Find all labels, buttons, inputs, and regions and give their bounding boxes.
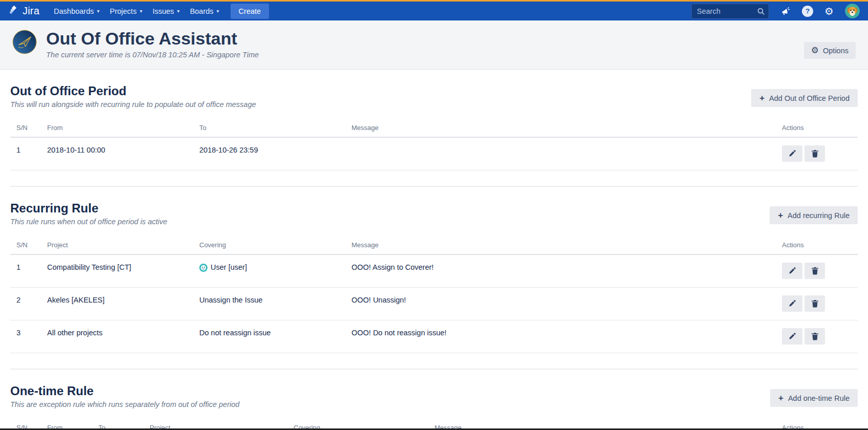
edit-button[interactable]: [782, 328, 802, 345]
recurring-table: S/N Project Covering Message Actions 1 C…: [10, 236, 858, 353]
trash-icon: [811, 299, 819, 308]
delete-button[interactable]: [804, 145, 825, 162]
coverer-avatar: [199, 264, 208, 272]
add-period-button[interactable]: + Add Out of Office Period: [751, 89, 858, 107]
period-section-header: Out of Office Period This will run along…: [10, 84, 858, 109]
top-navbar: Jira Dashboards ▾ Projects ▾ Issues ▾ Bo…: [0, 2, 868, 20]
page-title: Out Of Office Assistant: [46, 29, 259, 49]
period-title: Out of Office Period: [10, 84, 256, 98]
create-button[interactable]: Create: [231, 4, 270, 19]
settings-icon[interactable]: ⚙: [824, 6, 834, 16]
col-message: Message: [347, 119, 778, 137]
search-box: [691, 4, 769, 19]
main-content: Out of Office Period This will run along…: [0, 84, 868, 430]
edit-button[interactable]: [782, 295, 802, 312]
server-time-text: The current server time is 07/Nov/18 10:…: [46, 51, 259, 59]
user-avatar[interactable]: [845, 4, 860, 18]
chevron-down-icon: ▾: [140, 8, 142, 14]
table-row: 3 All other projects Do not reassign iss…: [10, 320, 858, 353]
nav-dashboards[interactable]: Dashboards ▾: [49, 3, 105, 19]
col-actions: Actions: [778, 236, 858, 254]
period-table: S/N From To Message Actions 1 2018-10-11…: [10, 119, 858, 170]
col-to: To: [195, 119, 347, 137]
trash-icon: [811, 267, 819, 275]
col-project: Project: [43, 236, 195, 254]
pencil-icon: [788, 267, 796, 275]
navbar-right: ? ⚙: [691, 4, 860, 19]
delete-button[interactable]: [804, 295, 825, 312]
col-from: From: [43, 119, 195, 137]
chevron-down-icon: ▾: [97, 8, 99, 14]
jira-mark-icon: [8, 5, 19, 18]
table-row: 1 Compatibility Testing [CT] User [user]…: [10, 254, 858, 288]
col-sn: S/N: [10, 119, 43, 137]
col-message: Message: [347, 236, 778, 254]
options-button[interactable]: ⚙ Options: [804, 42, 856, 59]
gear-icon: ⚙: [811, 46, 819, 55]
announcement-icon[interactable]: [780, 6, 791, 16]
add-onetime-button[interactable]: + Add one-time Rule: [770, 389, 858, 407]
onetime-subtitle: This are exception rule which runs separ…: [10, 400, 239, 408]
table-row: 2 Akeles [AKELES] Unassign the Issue OOO…: [10, 288, 858, 320]
pencil-icon: [788, 149, 796, 158]
recurring-title: Recurring Rule: [10, 201, 167, 216]
page-header-text: Out Of Office Assistant The current serv…: [46, 29, 259, 59]
edit-button[interactable]: [782, 145, 802, 162]
help-icon[interactable]: ?: [802, 6, 813, 17]
recurring-subtitle: This rule runs when out of office period…: [10, 218, 167, 226]
trash-icon: [811, 149, 819, 158]
onetime-section-header: One-time Rule This are exception rule wh…: [10, 384, 858, 408]
paper-plane-app-icon: [12, 30, 37, 56]
period-table-header: S/N From To Message Actions: [10, 119, 858, 137]
search-icon: [757, 7, 765, 17]
chevron-down-icon: ▾: [177, 8, 180, 14]
plus-icon: +: [778, 394, 783, 402]
table-row: 1 2018-10-11 00:00 2018-10-26 23:59: [10, 137, 858, 170]
plus-icon: +: [759, 94, 764, 102]
nav-boards[interactable]: Boards ▾: [185, 3, 224, 19]
section-divider: [10, 369, 858, 370]
section-divider: [10, 186, 858, 187]
trash-icon: [811, 332, 819, 340]
col-covering: Covering: [195, 236, 347, 254]
brand-text: Jira: [23, 5, 39, 17]
recurring-table-header: S/N Project Covering Message Actions: [10, 236, 858, 254]
col-actions: Actions: [778, 119, 858, 137]
onetime-title: One-time Rule: [10, 384, 239, 398]
recurring-section-header: Recurring Rule This rule runs when out o…: [10, 201, 858, 226]
plus-icon: +: [778, 211, 783, 220]
jira-logo[interactable]: Jira: [8, 5, 39, 18]
nav-projects[interactable]: Projects ▾: [105, 3, 147, 19]
chevron-down-icon: ▾: [217, 8, 219, 14]
edit-button[interactable]: [782, 263, 802, 279]
pencil-icon: [788, 332, 796, 340]
period-subtitle: This will run alongside with recurring r…: [10, 100, 256, 109]
delete-button[interactable]: [804, 328, 825, 345]
nav-issues[interactable]: Issues ▾: [148, 3, 185, 19]
add-recurring-button[interactable]: + Add recurring Rule: [770, 206, 858, 224]
page-header: Out Of Office Assistant The current serv…: [0, 20, 868, 70]
pencil-icon: [788, 299, 796, 308]
col-sn: S/N: [10, 236, 43, 254]
delete-button[interactable]: [804, 263, 825, 279]
